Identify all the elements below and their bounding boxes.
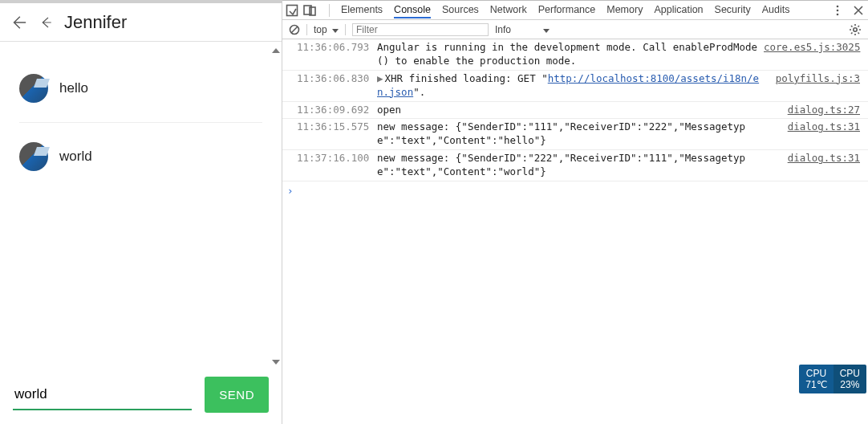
console-row: 11:37:16.100new message: {"SenderID":"22…	[282, 150, 868, 181]
chevron-down-icon	[332, 29, 339, 33]
console-source-link[interactable]: polyfills.js:3	[776, 72, 860, 84]
console-prompt[interactable]: ›	[282, 181, 868, 198]
settings-icon[interactable]	[849, 23, 862, 36]
avatar	[19, 142, 48, 171]
tab-network[interactable]: Network	[490, 2, 527, 18]
contact-name: Jennifer	[64, 12, 127, 33]
tab-console[interactable]: Console	[394, 2, 431, 18]
message-item: hello	[19, 55, 262, 123]
separator	[345, 24, 346, 35]
devtools-pane: Elements Console Sources Network Perform…	[282, 0, 868, 424]
separator	[306, 24, 307, 35]
composer: SEND	[0, 370, 282, 424]
console-message: open	[377, 104, 764, 117]
console-timestamp: 11:37:16.100	[297, 152, 377, 179]
console-timestamp: 11:36:09.692	[297, 104, 377, 117]
console-row: 11:36:15.575new message: {"SenderID":"11…	[282, 119, 868, 150]
message-list: hello world	[0, 42, 282, 370]
device-toggle-icon[interactable]	[303, 4, 316, 17]
cpu-temp-label: CPU	[805, 368, 826, 379]
tab-audits[interactable]: Audits	[762, 2, 790, 18]
back-arrow-icon[interactable]	[39, 15, 53, 30]
svg-point-5	[837, 13, 839, 15]
console-message: ▶XHR finished loading: GET "http://local…	[377, 72, 764, 100]
inspect-icon[interactable]	[286, 4, 298, 17]
back-icon[interactable]	[10, 14, 27, 31]
chat-app-pane: Jennifer hello world SEND	[0, 0, 282, 424]
svg-point-7	[854, 27, 857, 31]
console-row: 11:36:09.692opendialog.ts:27	[282, 102, 868, 120]
console-output[interactable]: 11:36:06.793Angular is running in the de…	[282, 39, 868, 424]
message-item: world	[19, 123, 262, 190]
scrollbar[interactable]	[270, 45, 282, 368]
more-icon[interactable]	[831, 4, 844, 17]
console-source-link[interactable]: dialog.ts:31	[788, 152, 860, 164]
avatar	[19, 74, 48, 103]
xhr-url[interactable]: http://localhost:8100/assets/i18n/en.jso…	[377, 72, 759, 98]
tab-application[interactable]: Application	[654, 2, 703, 18]
tab-security[interactable]: Security	[715, 2, 751, 18]
console-message: Angular is running in the development mo…	[377, 41, 764, 68]
svg-point-4	[837, 9, 839, 11]
console-source-link[interactable]: core.es5.js:3025	[764, 41, 860, 53]
perf-overlay: CPU 71℃ CPU 23%	[799, 365, 866, 393]
filter-input[interactable]	[352, 23, 489, 36]
chevron-down-icon	[543, 29, 550, 33]
message-text: world	[59, 149, 92, 165]
svg-point-3	[837, 5, 839, 7]
context-label: top	[314, 24, 327, 35]
console-message: new message: {"SenderID":"111","Receiver…	[377, 120, 764, 148]
tab-sources[interactable]: Sources	[442, 2, 479, 18]
console-timestamp: 11:36:06.793	[297, 41, 377, 68]
cpu-temp-badge: CPU 71℃	[799, 365, 833, 393]
close-icon[interactable]	[852, 4, 865, 17]
cpu-util-label: CPU	[840, 368, 860, 379]
send-button[interactable]: SEND	[205, 377, 269, 413]
console-row: 11:36:06.793Angular is running in the de…	[282, 39, 868, 71]
console-timestamp: 11:36:06.830	[297, 72, 377, 100]
console-source-link[interactable]: dialog.ts:27	[788, 104, 860, 116]
level-selector[interactable]: Info	[495, 24, 550, 35]
separator	[329, 4, 330, 17]
chat-header: Jennifer	[0, 3, 282, 42]
message-input[interactable]	[13, 380, 192, 410]
console-row: 11:36:06.830▶XHR finished loading: GET "…	[282, 71, 868, 102]
console-source-link[interactable]: dialog.ts:31	[788, 120, 860, 132]
console-message: new message: {"SenderID":"222","Receiver…	[377, 152, 764, 179]
devtools-tabbar: Elements Console Sources Network Perform…	[282, 1, 868, 20]
cpu-temp-value: 71℃	[805, 379, 826, 390]
level-label: Info	[495, 24, 511, 35]
console-timestamp: 11:36:15.575	[297, 120, 377, 148]
message-text: hello	[59, 80, 88, 96]
console-toolbar: top Info	[282, 20, 868, 39]
tab-performance[interactable]: Performance	[538, 2, 596, 18]
context-selector[interactable]: top	[314, 24, 339, 35]
tab-elements[interactable]: Elements	[341, 2, 383, 18]
cpu-util-badge: CPU 23%	[834, 365, 866, 393]
scroll-up-icon[interactable]	[272, 48, 280, 53]
tab-memory[interactable]: Memory	[606, 2, 643, 18]
cpu-util-value: 23%	[840, 379, 859, 390]
clear-console-icon[interactable]	[289, 24, 300, 35]
expand-caret-icon[interactable]: ▶	[377, 72, 383, 84]
scroll-down-icon[interactable]	[272, 360, 280, 365]
